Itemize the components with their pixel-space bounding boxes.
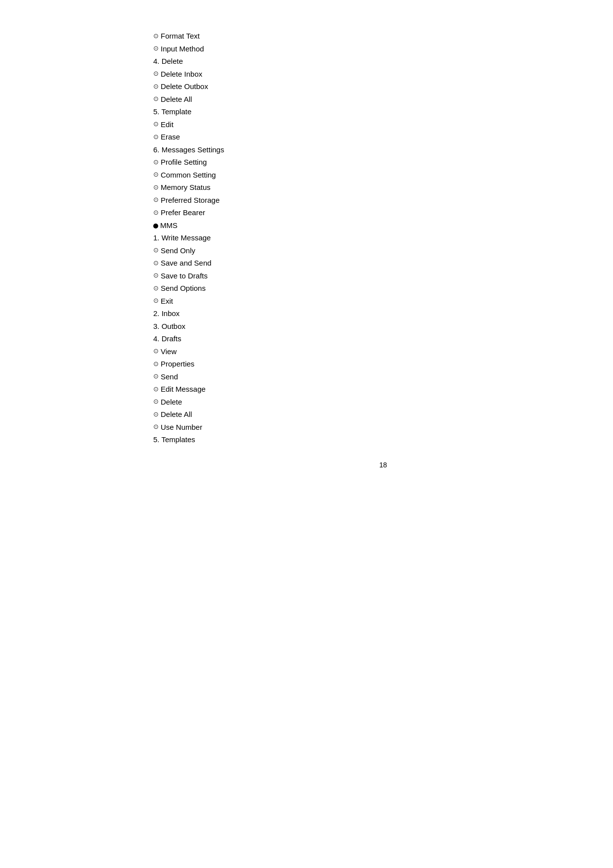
item-label: 4. Delete — [153, 57, 183, 65]
list-item: ⊙Erase — [153, 131, 613, 143]
item-label: Input Method — [161, 43, 204, 55]
list-item: ⊙Format Text — [153, 30, 613, 43]
item-label: Delete All — [161, 93, 192, 106]
item-label: Use Number — [161, 421, 202, 434]
item-label: Preferred Storage — [161, 194, 219, 207]
item-label: Send Only — [161, 244, 195, 257]
circle-icon: ⊙ — [153, 396, 159, 407]
list-item: ⊙Prefer Bearer — [153, 206, 613, 219]
list-item: ⊙Input Method — [153, 43, 613, 55]
list-item: 6. Messages Settings — [153, 143, 613, 156]
list-item: 4. Delete — [153, 55, 613, 68]
circle-icon: ⊙ — [153, 93, 159, 104]
list-item: ⊙Send Only — [153, 244, 613, 257]
item-label: 3. Outbox — [153, 322, 185, 330]
list-item: ⊙Send Options — [153, 282, 613, 295]
item-label: 2. Inbox — [153, 309, 179, 318]
circle-icon: ⊙ — [153, 194, 159, 205]
item-label: Format Text — [161, 30, 200, 43]
item-label: Common Setting — [161, 169, 216, 182]
circle-icon: ⊙ — [153, 157, 159, 168]
list-item: ⊙Exit — [153, 295, 613, 308]
list-item: ⊙Save and Send — [153, 257, 613, 270]
circle-icon: ⊙ — [153, 81, 159, 92]
item-label: Prefer Bearer — [161, 206, 205, 219]
item-label: Delete Inbox — [161, 68, 202, 81]
list-item: 5. Template — [153, 105, 613, 118]
list-item: 3. Outbox — [153, 320, 613, 333]
list-item: ⊙Delete All — [153, 93, 613, 106]
menu-list: ⊙Format Text⊙Input Method4. Delete⊙Delet… — [153, 30, 613, 446]
circle-icon: ⊙ — [153, 245, 159, 256]
circle-icon: ⊙ — [153, 132, 159, 142]
circle-icon: ⊙ — [153, 371, 159, 382]
circle-icon: ⊙ — [153, 270, 159, 281]
circle-icon: ⊙ — [153, 68, 159, 79]
list-item: ⊙Common Setting — [153, 169, 613, 182]
item-label: Delete — [161, 396, 182, 409]
list-item: MMS — [153, 219, 613, 232]
item-label: Profile Setting — [161, 156, 207, 169]
list-item: ⊙Delete — [153, 396, 613, 409]
list-item: ⊙Properties — [153, 358, 613, 370]
list-item: ⊙Save to Drafts — [153, 270, 613, 282]
item-label: Memory Status — [161, 181, 211, 194]
page-number: 18 — [153, 461, 613, 469]
list-item: ⊙Preferred Storage — [153, 194, 613, 207]
item-label: 6. Messages Settings — [153, 145, 224, 154]
list-item: 4. Drafts — [153, 332, 613, 345]
list-item: 1. Write Message — [153, 231, 613, 244]
circle-icon: ⊙ — [153, 421, 159, 432]
item-label: Delete Outbox — [161, 80, 208, 93]
circle-icon: ⊙ — [153, 409, 159, 420]
circle-icon: ⊙ — [153, 119, 159, 130]
item-label: Send — [161, 370, 178, 383]
list-item: ⊙Delete All — [153, 408, 613, 421]
item-label: Delete All — [161, 408, 192, 421]
list-item: ⊙Delete Inbox — [153, 68, 613, 81]
item-label: Save to Drafts — [161, 270, 208, 282]
circle-icon: ⊙ — [153, 359, 159, 369]
list-item: 2. Inbox — [153, 307, 613, 320]
list-item: 5. Templates — [153, 433, 613, 446]
item-label: Edit — [161, 118, 174, 131]
item-label: Edit Message — [161, 383, 206, 396]
item-label: Save and Send — [161, 257, 212, 270]
circle-icon: ⊙ — [153, 346, 159, 357]
circle-icon: ⊙ — [153, 207, 159, 218]
list-item: ⊙Send — [153, 370, 613, 383]
list-item: ⊙Edit Message — [153, 383, 613, 396]
item-label: View — [161, 345, 176, 358]
circle-icon: ⊙ — [153, 31, 159, 42]
item-label: Send Options — [161, 282, 206, 295]
circle-icon: ⊙ — [153, 384, 159, 395]
item-label: Erase — [161, 131, 180, 143]
item-label: MMS — [160, 219, 177, 232]
circle-icon: ⊙ — [153, 258, 159, 269]
circle-icon: ⊙ — [153, 283, 159, 294]
circle-icon: ⊙ — [153, 295, 159, 306]
circle-icon: ⊙ — [153, 43, 159, 54]
list-item: ⊙Edit — [153, 118, 613, 131]
item-label: 5. Templates — [153, 435, 195, 444]
item-label: 4. Drafts — [153, 334, 181, 343]
item-label: 5. Template — [153, 107, 191, 116]
bullet-icon — [153, 219, 160, 232]
main-content: ⊙Format Text⊙Input Method4. Delete⊙Delet… — [0, 0, 613, 469]
list-item: ⊙Memory Status — [153, 181, 613, 194]
item-label: 1. Write Message — [153, 233, 211, 242]
list-item: ⊙Delete Outbox — [153, 80, 613, 93]
item-label: Properties — [161, 358, 194, 370]
circle-icon: ⊙ — [153, 169, 159, 180]
circle-icon: ⊙ — [153, 182, 159, 193]
list-item: ⊙Use Number — [153, 421, 613, 434]
item-label: Exit — [161, 295, 173, 308]
list-item: ⊙Profile Setting — [153, 156, 613, 169]
list-item: ⊙View — [153, 345, 613, 358]
